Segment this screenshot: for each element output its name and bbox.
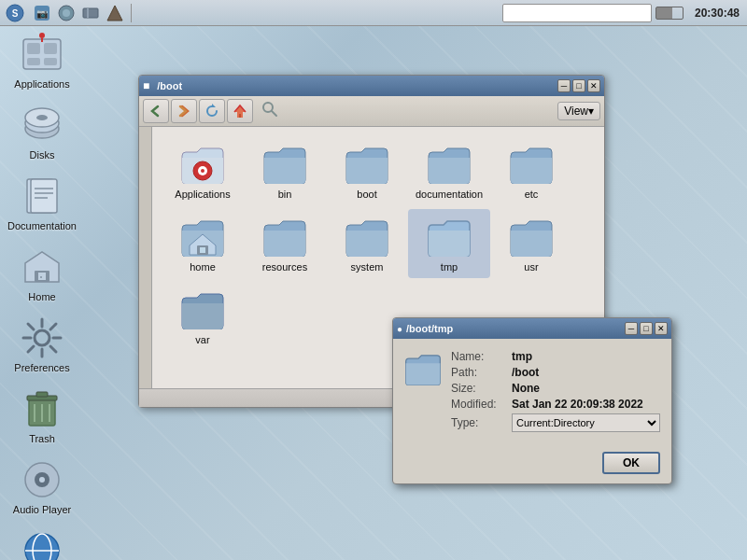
file-item-system-label: system [351,261,384,273]
desktop-icon-home[interactable]: Home [0,239,84,308]
taskbar-app-icon-1[interactable]: 📷 [32,3,52,23]
svg-line-53 [272,111,276,116]
info-dialog-table: Name: tmp Path: /boot Size: None Modifie… [451,350,660,435]
svg-point-27 [40,276,42,278]
svg-point-46 [25,534,59,560]
info-dialog-titlebar: ● /boot/tmp ─ □ ✕ [393,318,671,339]
documentation-icon [20,174,64,218]
desktop-icon-audio-player[interactable]: Audio Player [0,452,84,521]
svg-rect-13 [44,58,57,65]
home-button[interactable] [227,99,253,123]
info-size-value: None [512,382,540,395]
taskbar-clock: 20:30:48 [695,7,740,20]
svg-text:📷: 📷 [36,7,49,20]
svg-line-35 [50,324,56,329]
file-item-tmp-label: tmp [441,261,458,273]
file-manager-toolbar: View▾ [139,96,604,127]
info-dialog: ● /boot/tmp ─ □ ✕ Name: tmp [392,317,672,484]
file-item-resources[interactable]: resources [244,209,326,278]
forward-button[interactable] [171,99,197,123]
svg-rect-6 [83,8,98,18]
info-dialog-maximize-btn[interactable]: □ [640,322,653,335]
file-item-bin[interactable]: bin [244,136,326,205]
desktop-icon-welcome-es[interactable]: Welcome-ES.html [0,523,84,560]
info-dialog-folder-icon [404,350,442,387]
home-icon [20,245,64,289]
svg-rect-12 [27,58,40,65]
file-manager-title: /boot [157,80,556,91]
svg-marker-49 [212,104,216,107]
file-item-tmp[interactable]: tmp [408,209,490,278]
preferences-icon [20,315,64,360]
file-item-var[interactable]: var [162,282,244,351]
info-dialog-title: /boot/tmp [406,323,623,334]
file-item-documentation-label: documentation [416,189,483,200]
welcome-es-icon [20,528,64,560]
svg-point-28 [35,330,49,345]
file-item-etc[interactable]: etc [490,136,572,205]
svg-rect-58 [200,247,205,253]
taskbar: S 📷 [0,0,747,26]
info-path-value: /boot [512,366,539,379]
var-folder-icon [180,287,225,332]
info-size-row: Size: None [451,382,660,395]
info-modified-value: Sat Jan 22 20:09:38 2022 [512,398,643,411]
file-item-home[interactable]: home [162,209,244,278]
search-icon [261,100,279,122]
svg-line-33 [28,324,34,329]
desktop-icon-preferences-label: Preferences [14,362,69,373]
desktop-icon-trash[interactable]: Trash [0,381,84,450]
file-item-boot[interactable]: boot [326,136,408,205]
info-type-select[interactable]: Current:Directory [512,413,660,432]
view-button[interactable]: View▾ [557,102,600,120]
svg-rect-51 [239,114,241,118]
home-folder-icon [180,215,225,259]
desktop-icon-audio-player-label: Audio Player [13,504,71,515]
file-item-usr[interactable]: usr [490,209,572,278]
file-item-documentation[interactable]: documentation [408,136,490,205]
taskbar-app-icon-3[interactable] [80,3,101,23]
svg-point-56 [201,169,204,173]
reload-button[interactable] [199,99,225,123]
svg-rect-7 [87,8,89,18]
file-manager-close-btn[interactable]: ✕ [587,79,600,92]
taskbar-app-icon-2[interactable] [56,3,77,23]
file-item-etc-label: etc [525,189,539,200]
resources-folder-icon [262,215,307,259]
info-dialog-body: Name: tmp Path: /boot Size: None Modifie… [393,339,671,446]
desktop: S 📷 [0,0,747,560]
ok-button[interactable]: OK [602,452,660,474]
file-item-system[interactable]: system [326,209,408,278]
file-item-bin-label: bin [278,189,292,200]
info-dialog-minimize-btn[interactable]: ─ [625,322,638,335]
desktop-icon-preferences[interactable]: Preferences [0,310,84,379]
desktop-icon-documentation-label: Documentation [7,220,77,231]
back-button[interactable] [143,99,169,123]
info-path-row: Path: /boot [451,366,660,379]
file-item-usr-label: usr [524,261,538,273]
file-item-applications-label: Applications [175,189,230,200]
taskbar-logo[interactable]: S [4,2,26,24]
desktop-icon-applications[interactable]: Applications [0,26,84,95]
desktop-icon-home-label: Home [28,291,55,302]
desktop-icon-trash-label: Trash [29,433,55,444]
file-manager-sidebar [139,127,152,388]
svg-rect-26 [38,273,46,280]
taskbar-app-icon-4[interactable] [105,3,125,23]
info-dialog-footer: OK [393,446,671,483]
system-folder-icon [345,215,389,259]
file-manager-titlebar: ■ /boot ─ □ ✕ [139,76,604,96]
file-manager-minimize-btn[interactable]: ─ [557,79,571,92]
file-item-var-label: var [195,334,209,345]
desktop-icon-documentation[interactable]: Documentation [0,168,84,237]
file-item-applications[interactable]: Applications [162,136,244,205]
file-manager-maximize-btn[interactable]: □ [572,79,585,92]
info-name-value: tmp [512,350,532,363]
etc-folder-icon [509,142,554,187]
file-item-boot-label: boot [357,189,376,200]
info-type-row: Type: Current:Directory [451,413,660,432]
info-dialog-close-btn[interactable]: ✕ [655,322,668,335]
info-type-label: Type: [451,416,512,429]
taskbar-search-input[interactable] [502,4,652,22]
desktop-icon-disks[interactable]: Disks [0,97,84,166]
